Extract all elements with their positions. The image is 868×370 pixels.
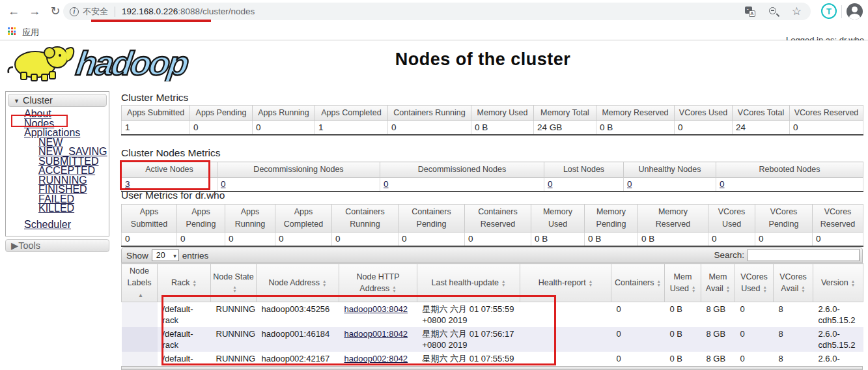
metric-value: 0 xyxy=(122,232,177,246)
table-toolbar: Show 20 entries Search: xyxy=(121,247,863,263)
site-security-info[interactable]: i 不安全 xyxy=(70,6,108,18)
sort-icon xyxy=(657,279,661,287)
col-header-vcores-avail[interactable]: VCores Avail xyxy=(774,264,813,302)
cell-vcores-used: 0 xyxy=(735,327,774,352)
zoom-out-icon[interactable] xyxy=(768,7,779,17)
metric-value: 0 xyxy=(813,232,863,246)
col-header: Containers Reserved xyxy=(465,205,531,233)
col-header: Memory Reserved xyxy=(638,205,708,233)
sort-icon xyxy=(726,285,730,293)
divider xyxy=(841,5,842,18)
col-header-containers[interactable]: Containers xyxy=(611,264,665,302)
metric-value: 0 xyxy=(225,232,275,246)
cluster-nodes-metrics-table: Active Nodes Decommissioning Nodes Decom… xyxy=(121,162,863,192)
metric-value: 24 GB xyxy=(534,121,596,135)
profile-avatar[interactable] xyxy=(847,3,863,20)
metric-value: 0 xyxy=(217,177,380,192)
cell-mem-used: 0 B xyxy=(665,327,701,352)
forward-icon[interactable]: → xyxy=(26,3,43,20)
metric-value: 0 xyxy=(177,232,225,246)
back-icon[interactable]: ← xyxy=(5,3,22,20)
metric-value: 0 B xyxy=(585,232,638,246)
cell-version: 2.6.0-cdh5.15.2 xyxy=(813,327,863,352)
sidebar-item-scheduler[interactable]: Scheduler xyxy=(6,220,109,230)
lost-nodes-link[interactable]: 0 xyxy=(548,179,553,189)
cell-node-labels xyxy=(122,327,158,352)
annotation-rows-box xyxy=(161,295,556,365)
col-header: VCores Used xyxy=(675,106,733,121)
col-header: Apps Submitted xyxy=(122,205,177,233)
bookmark-star-icon[interactable]: ☆ xyxy=(792,7,802,17)
cluster-metrics-table: Apps Submitted Apps Pending Apps Running… xyxy=(121,105,863,135)
sort-icon xyxy=(763,285,766,293)
metric-value: 0 xyxy=(465,232,531,246)
cell-mem-avail: 8 GB xyxy=(701,327,735,352)
cell-containers: 0 xyxy=(611,327,665,352)
col-header: VCores Total xyxy=(733,106,790,121)
address-bar[interactable]: i 不安全 192.168.0.226:8088/cluster/nodes A… xyxy=(63,3,811,20)
cell-vcores-used: 0 xyxy=(735,302,774,328)
cell-mem-used: 0 B xyxy=(665,302,701,328)
apps-label[interactable]: 应用 xyxy=(22,27,39,38)
cell-vcores-avail: 8 xyxy=(774,327,813,352)
reload-icon[interactable]: ↻ xyxy=(47,3,64,20)
sidebar-tools-header[interactable]: ▶Tools xyxy=(5,239,109,252)
browser-toolbar: ← → ↻ i 不安全 192.168.0.226:8088/cluster/n… xyxy=(0,0,868,23)
col-header: Memory Pending xyxy=(585,205,638,233)
sort-asc-icon xyxy=(138,289,143,300)
col-header-mem-used[interactable]: Mem Used xyxy=(665,264,701,302)
metric-value: 0 xyxy=(332,232,399,246)
col-header-node-labels[interactable]: Node Labels xyxy=(122,264,158,302)
metric-value: 24 xyxy=(733,121,790,135)
metric-value: 0 B xyxy=(471,121,534,135)
info-icon: i xyxy=(70,7,79,16)
col-header: VCores Reserved xyxy=(813,205,863,233)
metric-value: 1 xyxy=(122,121,190,135)
cell-version: 2.6.0-cdh5.15.2 xyxy=(813,302,863,328)
search-input[interactable] xyxy=(748,249,860,261)
rebooted-nodes-link[interactable]: 0 xyxy=(720,179,725,189)
metric-value: 0 xyxy=(388,121,471,135)
annotation-nodes-box xyxy=(11,115,68,127)
logged-in-text: Logged in as: dr.who xyxy=(766,34,864,40)
extension-icon[interactable]: T xyxy=(821,3,837,19)
col-header-vcores-used[interactable]: VCores Used xyxy=(735,264,774,302)
metric-value: 0 xyxy=(399,232,465,246)
table-footer-bar xyxy=(121,366,863,370)
decommissioning-nodes-link[interactable]: 0 xyxy=(221,179,226,189)
sort-icon xyxy=(692,285,695,293)
metric-value: 0 xyxy=(755,232,813,246)
metric-value: 0 xyxy=(253,121,315,135)
col-header: VCores Reserved xyxy=(790,106,863,121)
section-title-cluster-metrics: Cluster Metrics xyxy=(121,92,188,104)
translate-icon[interactable]: A xyxy=(745,7,755,17)
metric-value: 0 xyxy=(675,121,733,135)
cell-vcores-avail: 8 xyxy=(774,302,813,328)
col-header: Apps Completed xyxy=(315,106,388,121)
col-header: Rebooted Nodes xyxy=(716,162,863,178)
sort-icon xyxy=(322,279,326,287)
decommissioned-nodes-link[interactable]: 0 xyxy=(384,179,389,189)
sort-icon xyxy=(193,279,197,287)
section-title-cluster-nodes-metrics: Cluster Nodes Metrics xyxy=(121,147,220,159)
sort-icon xyxy=(589,279,593,287)
unhealthy-nodes-link[interactable]: 0 xyxy=(627,179,632,189)
sidebar-item-killed[interactable]: KILLED xyxy=(6,204,109,214)
metric-value: 0 B xyxy=(531,232,585,246)
col-header-version[interactable]: Version xyxy=(813,264,863,302)
entries-label: entries xyxy=(182,251,209,261)
section-title-user-metrics: User Metrics for dr.who xyxy=(121,190,225,201)
col-header-mem-avail[interactable]: Mem Avail xyxy=(701,264,735,302)
sidebar-nav: ▼Cluster About Nodes Applications NEW NE… xyxy=(5,91,109,252)
user-metrics-table: Apps Submitted Apps Pending Apps Running… xyxy=(121,204,863,247)
sidebar-cluster-header[interactable]: ▼Cluster xyxy=(8,94,107,107)
bookmarks-bar: 应用 xyxy=(0,23,868,40)
apps-grid-icon[interactable] xyxy=(8,27,16,36)
metric-value: 0 xyxy=(624,177,716,192)
metric-value: 0 xyxy=(716,177,863,192)
page-size-select[interactable]: 20 xyxy=(152,249,179,261)
search-label: Search: xyxy=(714,250,744,260)
col-header: Apps Running xyxy=(253,106,315,121)
col-header: Apps Completed xyxy=(275,205,332,233)
url-text[interactable]: 192.168.0.226:8088/cluster/nodes xyxy=(122,7,255,16)
